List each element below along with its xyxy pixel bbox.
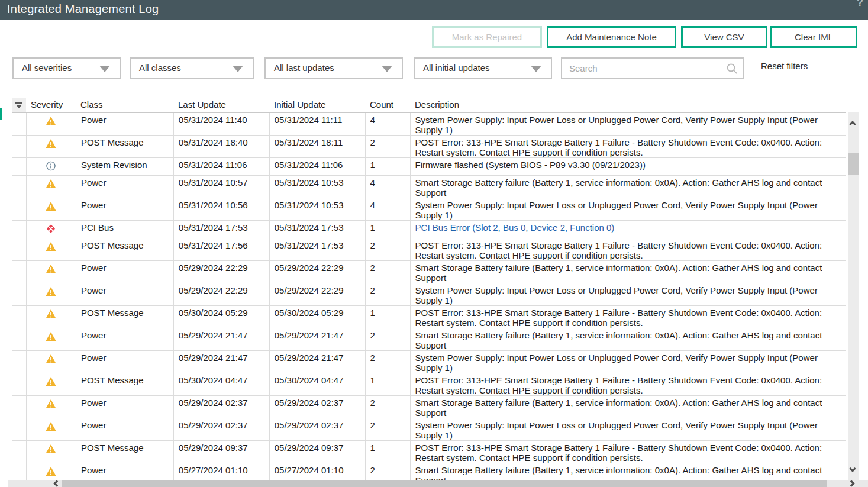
row-select-cell[interactable] bbox=[12, 176, 27, 198]
warning-icon bbox=[46, 116, 56, 126]
initial-update-cell: 05/29/2024 21:47 bbox=[270, 328, 366, 350]
last-update-cell: 05/29/2024 22:29 bbox=[174, 283, 270, 305]
row-select-cell[interactable] bbox=[12, 221, 27, 238]
description-text: POST Error: 313-HPE Smart Storage Batter… bbox=[415, 443, 822, 463]
column-filter-button[interactable] bbox=[12, 98, 26, 112]
row-select-cell[interactable] bbox=[12, 158, 27, 175]
count-cell: 2 bbox=[366, 283, 411, 305]
row-select-cell[interactable] bbox=[12, 351, 27, 373]
row-select-cell[interactable] bbox=[12, 238, 27, 260]
table-header-row: Severity Class Last Update Initial Updat… bbox=[12, 98, 846, 113]
description-cell: System Power Supply: Input Power Loss or… bbox=[411, 198, 846, 220]
severity-cell bbox=[27, 113, 76, 135]
scroll-up-icon[interactable] bbox=[849, 121, 856, 127]
search-box bbox=[561, 57, 744, 79]
row-select-cell[interactable] bbox=[12, 261, 27, 283]
clear-iml-button[interactable]: Clear IML bbox=[770, 26, 857, 48]
severity-cell bbox=[27, 221, 76, 238]
table-row[interactable]: Power 05/29/2024 22:29 05/29/2024 22:29 … bbox=[12, 261, 846, 283]
severity-cell bbox=[27, 351, 76, 373]
row-select-cell[interactable] bbox=[12, 306, 27, 328]
table-row[interactable]: Power 05/29/2024 21:47 05/29/2024 21:47 … bbox=[12, 351, 846, 373]
mark-as-repaired-button[interactable]: Mark as Repaired bbox=[432, 26, 542, 48]
critical-icon bbox=[46, 224, 56, 234]
row-select-cell[interactable] bbox=[12, 463, 27, 480]
row-select-cell[interactable] bbox=[12, 198, 27, 220]
count-cell: 2 bbox=[366, 351, 411, 373]
description-text: POST Error: 313-HPE Smart Storage Batter… bbox=[415, 375, 822, 395]
table-row[interactable]: Power 05/27/2024 01:10 05/27/2024 01:10 … bbox=[12, 463, 846, 480]
scroll-down-icon[interactable] bbox=[849, 465, 856, 472]
row-select-cell[interactable] bbox=[12, 328, 27, 350]
description-text: POST Error: 313-HPE Smart Storage Batter… bbox=[415, 137, 822, 157]
table-row[interactable]: Power 05/31/2024 10:56 05/31/2024 10:53 … bbox=[12, 198, 846, 221]
table-row[interactable]: Power 05/31/2024 10:57 05/31/2024 10:53 … bbox=[12, 176, 846, 198]
severity-cell bbox=[27, 136, 76, 157]
last-update-filter-dropdown[interactable]: All last updates bbox=[264, 57, 403, 79]
description-cell: POST Error: 313-HPE Smart Storage Batter… bbox=[411, 238, 846, 260]
scroll-right-icon[interactable] bbox=[848, 480, 854, 486]
scroll-left-icon[interactable] bbox=[53, 480, 60, 486]
column-header-severity[interactable]: Severity bbox=[26, 98, 76, 112]
table-row[interactable]: POST Message 05/30/2024 05:29 05/30/2024… bbox=[12, 306, 846, 328]
row-select-cell[interactable] bbox=[12, 113, 27, 135]
class-filter-dropdown[interactable]: All classes bbox=[130, 57, 254, 79]
table-row[interactable]: POST Message 05/29/2024 09:37 05/29/2024… bbox=[12, 441, 846, 463]
horizontal-scrollbar-thumb[interactable] bbox=[62, 480, 827, 487]
initial-update-cell: 05/29/2024 22:29 bbox=[270, 261, 366, 283]
table-row[interactable]: PCI Bus 05/31/2024 17:53 05/31/2024 17:5… bbox=[12, 221, 846, 238]
initial-update-cell: 05/29/2024 21:47 bbox=[270, 351, 366, 373]
row-select-cell[interactable] bbox=[12, 373, 27, 395]
severity-cell bbox=[27, 463, 76, 480]
class-cell: Power bbox=[76, 261, 174, 283]
initial-update-filter-dropdown[interactable]: All initial updates bbox=[414, 57, 552, 79]
chevron-down-icon bbox=[531, 66, 541, 72]
severity-cell bbox=[27, 261, 76, 283]
column-header-initial-update[interactable]: Initial Update bbox=[269, 98, 365, 112]
row-select-cell[interactable] bbox=[12, 396, 27, 418]
last-update-cell: 05/31/2024 17:56 bbox=[174, 238, 270, 260]
table-row[interactable]: POST Message 05/31/2024 18:40 05/31/2024… bbox=[12, 136, 846, 158]
help-icon[interactable]: ? bbox=[857, 0, 863, 9]
warning-icon bbox=[46, 138, 56, 149]
description-cell: POST Error: 313-HPE Smart Storage Batter… bbox=[411, 373, 846, 395]
table-row[interactable]: Power 05/29/2024 22:29 05/29/2024 22:29 … bbox=[12, 283, 846, 306]
description-text: Smart Storage Battery failure (Battery 1… bbox=[415, 465, 822, 480]
vertical-scrollbar[interactable] bbox=[848, 112, 859, 480]
search-input[interactable] bbox=[562, 59, 732, 78]
description-text[interactable]: PCI Bus Error (Slot 2, Bus 0, Device 2, … bbox=[415, 222, 615, 233]
column-header-count[interactable]: Count bbox=[365, 98, 410, 112]
table-row[interactable]: Power 05/29/2024 02:37 05/29/2024 02:37 … bbox=[12, 418, 846, 441]
table-row[interactable]: System Revision 05/31/2024 11:06 05/31/2… bbox=[12, 158, 846, 176]
severity-cell bbox=[27, 158, 76, 175]
table-row[interactable]: POST Message 05/31/2024 17:56 05/31/2024… bbox=[12, 238, 846, 261]
description-text: System Power Supply: Input Power Loss or… bbox=[415, 115, 818, 135]
class-cell: Power bbox=[76, 176, 174, 198]
column-header-description[interactable]: Description bbox=[410, 98, 846, 112]
horizontal-scrollbar[interactable] bbox=[8, 480, 868, 487]
description-cell: Smart Storage Battery failure (Battery 1… bbox=[411, 261, 846, 283]
count-cell: 4 bbox=[366, 176, 411, 198]
class-cell: POST Message bbox=[76, 441, 174, 463]
row-select-cell[interactable] bbox=[12, 136, 27, 157]
table-row[interactable]: Power 05/29/2024 02:37 05/29/2024 02:37 … bbox=[12, 396, 846, 418]
column-header-class[interactable]: Class bbox=[76, 98, 173, 112]
table-row[interactable]: Power 05/31/2024 11:40 05/31/2024 11:11 … bbox=[12, 113, 846, 136]
class-cell: POST Message bbox=[76, 238, 174, 260]
table-row[interactable]: Power 05/29/2024 21:47 05/29/2024 21:47 … bbox=[12, 328, 846, 351]
row-select-cell[interactable] bbox=[12, 283, 27, 305]
severity-filter-dropdown[interactable]: All severities bbox=[12, 57, 121, 79]
vertical-scrollbar-thumb[interactable] bbox=[848, 153, 859, 175]
add-maintenance-note-button[interactable]: Add Maintenance Note bbox=[547, 26, 676, 48]
class-cell: Power bbox=[76, 328, 174, 350]
description-text: POST Error: 313-HPE Smart Storage Batter… bbox=[415, 308, 822, 328]
severity-filter-value: All severities bbox=[22, 63, 72, 73]
view-csv-button[interactable]: View CSV bbox=[681, 26, 767, 48]
event-log-table: Severity Class Last Update Initial Updat… bbox=[12, 98, 846, 480]
description-text: System Power Supply: Input Power Loss or… bbox=[415, 285, 818, 305]
row-select-cell[interactable] bbox=[12, 441, 27, 463]
row-select-cell[interactable] bbox=[12, 418, 27, 440]
reset-filters-link[interactable]: Reset filters bbox=[761, 61, 808, 71]
column-header-last-update[interactable]: Last Update bbox=[173, 98, 269, 112]
table-row[interactable]: POST Message 05/30/2024 04:47 05/30/2024… bbox=[12, 373, 846, 396]
